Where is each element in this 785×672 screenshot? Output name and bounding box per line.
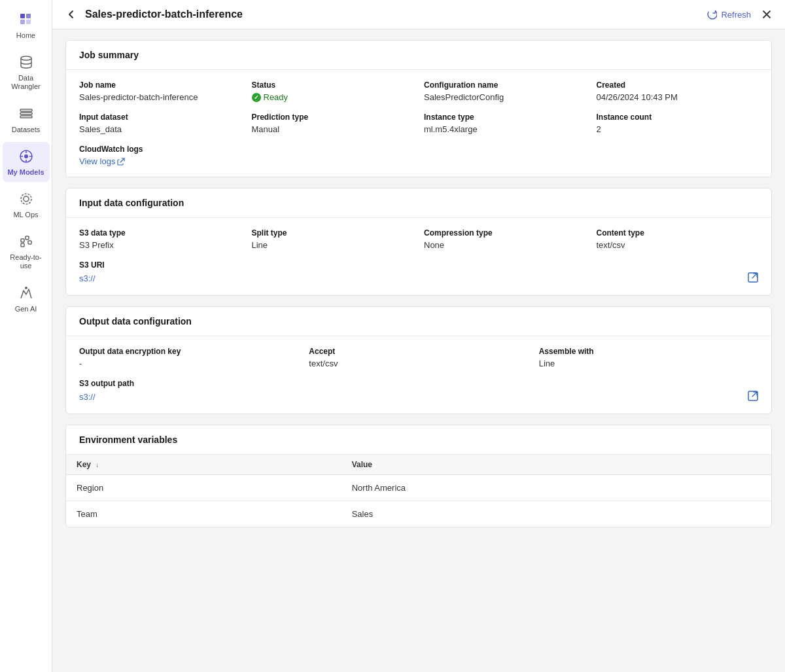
back-button[interactable] [65,9,77,20]
assemble-with-field: Assemble with Line [539,347,758,368]
sidebar-item-home[interactable]: Home [3,5,50,45]
instance-count-value: 2 [597,124,759,134]
input-dataset-field: Input dataset Sales_data [79,113,241,134]
s3-uri-link[interactable]: s3:// [79,274,96,283]
svg-rect-19 [28,241,31,244]
sidebar-item-data-wrangler[interactable]: Data Wrangler [3,48,50,96]
input-dataset-value: Sales_data [79,124,241,134]
svg-point-20 [25,287,27,289]
status-field: Status Ready [252,80,414,102]
instance-type-value: ml.m5.4xlarge [424,124,586,134]
header-actions: Refresh [701,7,772,22]
created-field: Created 04/26/2024 10:43 PM [597,80,759,102]
instance-count-label: Instance count [597,113,759,122]
env-table-header-row: Key ↓ Value [66,455,771,475]
svg-rect-17 [26,236,29,239]
content-type-value: text/csv [597,240,759,250]
split-type-field: Split type Line [252,228,414,250]
svg-point-9 [24,154,28,158]
main-panel: Sales-predictor-batch-inference Refresh … [52,0,785,672]
job-name-field: Job name Sales-predictor-batch-inference [79,80,241,102]
close-button[interactable] [761,9,772,20]
sidebar: Home Data Wrangler Datasets [0,0,52,672]
content-type-field: Content type text/csv [597,228,759,250]
page-title: Sales-predictor-batch-inference [85,9,693,20]
ready-to-use-icon [17,232,35,251]
gen-ai-icon [17,284,35,302]
s3-uri-section: S3 URI s3:// [79,260,758,285]
view-logs-link[interactable]: View logs [79,156,125,166]
config-name-label: Configuration name [424,80,586,90]
accept-value: text/csv [309,359,528,368]
sidebar-item-datasets-label: Datasets [12,126,40,134]
s3-output-label: S3 output path [79,379,758,388]
output-data-config-body: Output data encryption key - Accept text… [66,336,771,414]
job-summary-grid-2: Input dataset Sales_data Prediction type… [79,113,758,134]
s3-data-type-field: S3 data type S3 Prefix [79,228,241,250]
sidebar-item-gen-ai[interactable]: Gen AI [3,279,50,319]
compression-type-label: Compression type [424,228,586,238]
view-logs-label: View logs [79,156,115,166]
env-value-cell: Sales [341,501,771,527]
sidebar-item-ready-to-use-label: Ready-to-use [5,253,47,270]
svg-point-14 [24,196,29,202]
my-models-icon [17,147,35,166]
s3-data-type-label: S3 data type [79,228,241,238]
input-data-config-title: Input data configuration [66,188,771,218]
assemble-with-label: Assemble with [539,347,758,356]
job-summary-grid-1: Job name Sales-predictor-batch-inference… [79,80,758,102]
cloudwatch-label: CloudWatch logs [79,145,758,154]
s3-output-external-link-icon[interactable] [748,391,758,403]
env-variables-table: Key ↓ Value RegionNorth AmericaTeamSales [66,455,771,527]
svg-rect-2 [26,14,31,18]
output-config-grid: Output data encryption key - Accept text… [79,347,758,368]
created-label: Created [597,80,759,90]
output-data-config-title: Output data configuration [66,307,771,336]
header: Sales-predictor-batch-inference Refresh [52,0,785,29]
sidebar-item-gen-ai-label: Gen AI [15,305,37,313]
svg-rect-18 [21,243,24,247]
env-value-cell: North America [341,475,771,501]
instance-type-label: Instance type [424,113,586,122]
compression-type-value: None [424,240,586,250]
sidebar-item-my-models[interactable]: My Models [3,142,50,182]
encryption-key-label: Output data encryption key [79,347,298,356]
sidebar-item-ready-to-use[interactable]: Ready-to-use [3,227,50,275]
env-table-row: TeamSales [66,501,771,527]
prediction-type-label: Prediction type [252,113,414,122]
sidebar-item-ml-ops[interactable]: ML Ops [3,185,50,224]
s3-output-section: S3 output path s3:// [79,379,758,403]
svg-rect-1 [20,20,25,24]
job-name-value: Sales-predictor-batch-inference [79,92,241,102]
split-type-value: Line [252,240,414,250]
sidebar-item-datasets[interactable]: Datasets [3,99,50,139]
refresh-button[interactable]: Refresh [701,7,756,22]
cloudwatch-section: CloudWatch logs View logs [79,145,758,166]
svg-rect-6 [20,113,32,115]
assemble-with-value: Line [539,359,758,368]
env-variables-card: Environment variables Key ↓ Value Region… [65,425,772,527]
input-dataset-label: Input dataset [79,113,241,122]
svg-rect-0 [20,14,25,18]
input-data-config-card: Input data configuration S3 data type S3… [65,188,772,296]
prediction-type-field: Prediction type Manual [252,113,414,134]
env-key-cell: Region [66,475,341,501]
env-key-column-header[interactable]: Key ↓ [66,455,341,475]
content-type-label: Content type [597,228,759,238]
env-value-column-header: Value [341,455,771,475]
s3-output-row: s3:// [79,391,758,403]
job-name-label: Job name [79,80,241,90]
config-name-value: SalesPredictorConfig [424,92,586,102]
status-badge: Ready [252,92,414,102]
compression-type-field: Compression type None [424,228,586,250]
instance-type-field: Instance type ml.m5.4xlarge [424,113,586,134]
sort-icon: ↓ [96,461,99,469]
status-value: Ready [264,92,288,102]
instance-count-field: Instance count 2 [597,113,759,134]
sidebar-item-ml-ops-label: ML Ops [13,211,38,219]
sidebar-item-home-label: Home [16,31,35,40]
s3-external-link-icon[interactable] [748,272,758,285]
svg-point-15 [21,194,31,204]
svg-rect-5 [20,109,32,111]
s3-output-link[interactable]: s3:// [79,392,96,402]
